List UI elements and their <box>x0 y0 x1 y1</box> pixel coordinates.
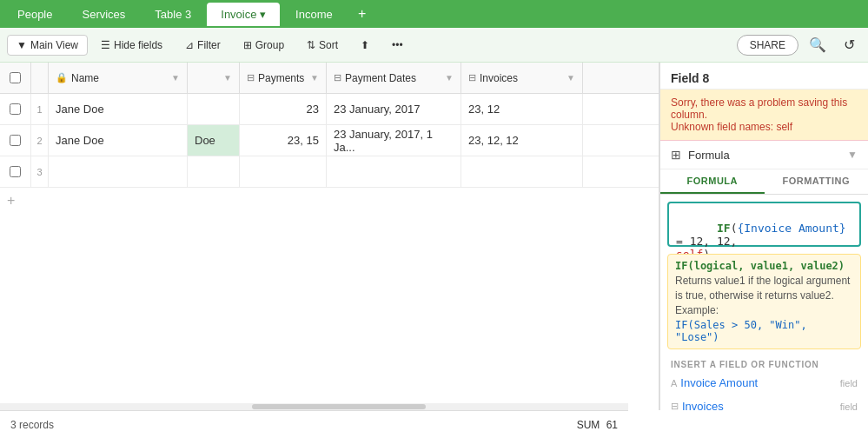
row1-payments[interactable]: 23 <box>240 94 327 124</box>
row3-name[interactable] <box>49 156 188 187</box>
sort-icon: ⇅ <box>307 39 315 51</box>
row2-invoices[interactable]: 23, 12, 12 <box>461 125 583 156</box>
tab-services[interactable]: Services <box>68 3 139 26</box>
scrollbar-thumb[interactable] <box>252 404 426 409</box>
col-header-hidden[interactable]: ▼ <box>188 63 240 93</box>
panel-title: Field 8 <box>660 63 868 90</box>
row2-num: 2 <box>31 125 49 156</box>
col-header-invoices[interactable]: ⊟ Invoices ▼ <box>461 63 583 93</box>
autocomplete-func: IF(logical, value1, value2) <box>675 260 853 272</box>
autocomplete-example: IF(Sales > 50, "Win", "Lose") <box>675 319 853 343</box>
tab-table3[interactable]: Table 3 <box>141 3 205 26</box>
insert-section-label: INSERT A FIELD OR FUNCTION <box>660 355 868 371</box>
add-row-button[interactable]: + <box>0 188 659 214</box>
field-grid-icon: ⊟ <box>671 401 679 410</box>
col-payments-expand-icon: ▼ <box>310 73 319 83</box>
row2-checkbox[interactable] <box>10 135 21 146</box>
insert-item-invoice-amount-type: field <box>840 378 858 388</box>
col-header-payment-dates[interactable]: ⊟ Payment Dates ▼ <box>327 63 461 93</box>
group-label: Group <box>255 39 284 51</box>
tab-formula[interactable]: FORMULA <box>660 169 765 194</box>
upload-icon: ⬆ <box>361 39 369 51</box>
right-panel: Field 8 Sorry, there was a problem savin… <box>659 63 868 410</box>
table-row[interactable]: 2 Jane Doe Doe 23, 15 23 January, 2017, … <box>0 125 659 156</box>
autocomplete-desc: Returns value1 if the logical argument i… <box>675 274 853 317</box>
tab-add-button[interactable]: + <box>350 3 374 24</box>
table-row[interactable]: 3 <box>0 156 659 188</box>
filter-button[interactable]: ⊿ Filter <box>176 35 230 56</box>
formula-label: Formula <box>688 149 840 162</box>
search-button[interactable]: 🔍 <box>805 33 830 57</box>
row3-payment-dates[interactable] <box>327 156 461 187</box>
chevron-down-icon: ▼ <box>17 39 27 51</box>
view-label: Main View <box>30 39 78 51</box>
row3-num: 3 <box>31 156 49 187</box>
main-view-button[interactable]: ▼ Main View <box>7 35 88 56</box>
row2-payments[interactable]: 23, 15 <box>240 125 327 156</box>
col-header-payments[interactable]: ⊟ Payments ▼ <box>240 63 327 93</box>
add-row-icon: + <box>7 193 15 209</box>
table-row[interactable]: 1 Jane Doe 23 23 January, 2017 23, 12 <box>0 94 659 125</box>
formula-editor[interactable]: IF({Invoice Amount} = 12, 12, self) <box>667 202 861 247</box>
formula-field: {Invoice Amount} <box>737 222 845 235</box>
tab-people[interactable]: People <box>3 3 66 26</box>
row3-payments[interactable] <box>240 156 327 187</box>
row3-checkbox[interactable] <box>10 166 21 177</box>
col-expand-icon: ▼ <box>171 73 180 83</box>
lock-icon: 🔒 <box>56 72 68 83</box>
horizontal-scrollbar[interactable] <box>0 403 628 410</box>
grid-header: 🔒 Name ▼ ▼ ⊟ Payments ▼ ⊟ Payment Dates … <box>0 63 659 94</box>
formula-type-row: ⊞ Formula ▼ <box>660 141 868 169</box>
table-area: 🔒 Name ▼ ▼ ⊟ Payments ▼ ⊟ Payment Dates … <box>0 63 659 410</box>
insert-item-invoice-amount-label: Invoice Amount <box>680 376 758 389</box>
insert-item-invoices[interactable]: ⊟ Invoices field <box>660 395 868 410</box>
help-button[interactable]: ↺ <box>837 33 861 57</box>
row3-check[interactable] <box>0 156 31 187</box>
toolbar-right: SHARE 🔍 ↺ <box>737 33 861 57</box>
row1-hidden[interactable] <box>188 94 240 124</box>
filter-label: Filter <box>197 39 221 51</box>
col-payment-dates-expand-icon: ▼ <box>445 73 454 83</box>
row2-hidden[interactable]: Doe <box>188 125 240 156</box>
row1-num: 1 <box>31 94 49 124</box>
toolbar: ▼ Main View ☰ Hide fields ⊿ Filter ⊞ Gro… <box>0 28 868 63</box>
tab-formatting[interactable]: FORMATTING <box>765 169 869 194</box>
row1-checkbox[interactable] <box>10 103 21 115</box>
group-button[interactable]: ⊞ Group <box>234 35 294 56</box>
row3-invoices[interactable] <box>461 156 583 187</box>
field-text-icon: A <box>671 378 677 388</box>
sort-button[interactable]: ⇅ Sort <box>297 35 348 56</box>
main-layout: 🔒 Name ▼ ▼ ⊟ Payments ▼ ⊟ Payment Dates … <box>0 63 868 410</box>
row1-name[interactable]: Jane Doe <box>49 94 188 124</box>
select-all-checkbox[interactable] <box>10 72 21 83</box>
more-icon: ••• <box>392 39 403 51</box>
hide-fields-button[interactable]: ☰ Hide fields <box>91 35 172 56</box>
filter-icon: ⊿ <box>185 39 194 51</box>
share-button[interactable]: SHARE <box>737 35 798 56</box>
panel-tabs: FORMULA FORMATTING <box>660 169 868 195</box>
hide-fields-icon: ☰ <box>101 39 110 51</box>
formula-dropdown-arrow[interactable]: ▼ <box>847 149 858 161</box>
grid-body: 1 Jane Doe 23 23 January, 2017 23, 12 2 … <box>0 94 659 214</box>
row1-invoices[interactable]: 23, 12 <box>461 94 583 124</box>
row1-payment-dates[interactable]: 23 January, 2017 <box>327 94 461 124</box>
autocomplete-box: IF(logical, value1, value2) Returns valu… <box>667 254 861 349</box>
col-invoices-label: Invoices <box>480 72 518 84</box>
header-checkbox[interactable] <box>0 63 31 93</box>
row2-payment-dates[interactable]: 23 January, 2017, 1 Ja... <box>327 125 461 156</box>
tab-bar: People Services Table 3 Invoice ▾ Income… <box>0 0 868 28</box>
row3-hidden[interactable] <box>188 156 240 187</box>
upload-button[interactable]: ⬆ <box>351 35 379 56</box>
search-icon: 🔍 <box>809 36 826 53</box>
row1-check[interactable] <box>0 94 31 124</box>
tab-invoice[interactable]: Invoice ▾ <box>207 3 280 26</box>
row2-name[interactable]: Jane Doe <box>49 125 188 156</box>
col-name-label: Name <box>71 72 99 84</box>
tab-income[interactable]: Income <box>282 3 347 26</box>
col-hidden-expand-icon: ▼ <box>223 73 232 83</box>
hide-fields-label: Hide fields <box>114 39 162 51</box>
col-header-name[interactable]: 🔒 Name ▼ <box>49 63 188 93</box>
row2-check[interactable] <box>0 125 31 156</box>
more-button[interactable]: ••• <box>382 35 413 56</box>
insert-item-invoice-amount[interactable]: A Invoice Amount field <box>660 371 868 395</box>
